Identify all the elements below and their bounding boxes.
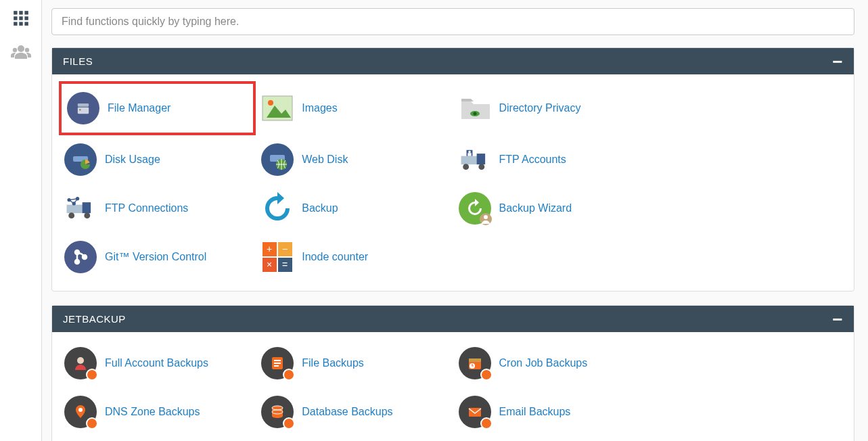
item-dns-zone-backups[interactable]: DNS Zone Backups xyxy=(59,388,256,436)
jb-cron-icon xyxy=(459,347,491,379)
svg-rect-25 xyxy=(476,154,484,164)
item-database-backups[interactable]: Database Backups xyxy=(256,388,453,436)
svg-point-34 xyxy=(84,212,90,218)
item-label: FTP Connections xyxy=(105,202,188,214)
panel-files: FILES − File Manager Images xyxy=(51,47,854,292)
empty-cell xyxy=(650,339,847,388)
item-images[interactable]: Images xyxy=(256,81,453,135)
item-cron-job-backups[interactable]: Cron Job Backups xyxy=(453,339,650,388)
disk-usage-icon xyxy=(64,143,97,176)
svg-point-10 xyxy=(12,48,16,52)
item-label: Email Backups xyxy=(499,406,571,418)
badge-icon xyxy=(283,369,295,381)
item-backup-wizard[interactable]: Backup Wizard xyxy=(453,184,650,233)
item-label: Cron Job Backups xyxy=(499,357,588,369)
svg-rect-53 xyxy=(274,360,281,361)
panel-files-header[interactable]: FILES − xyxy=(52,48,854,74)
item-label: FTP Accounts xyxy=(499,154,566,166)
item-label: File Backups xyxy=(302,357,364,369)
panel-jetbackup: JETBACKUP − Full Account Backups xyxy=(51,305,854,441)
file-manager-icon xyxy=(67,92,99,124)
svg-point-19 xyxy=(473,112,476,116)
item-web-disk[interactable]: Web Disk xyxy=(256,135,453,184)
svg-point-29 xyxy=(468,151,471,154)
jb-file-icon xyxy=(261,347,294,379)
item-backup[interactable]: Backup xyxy=(256,184,453,233)
svg-point-17 xyxy=(268,100,273,106)
backup-wizard-icon xyxy=(459,192,491,225)
panel-files-title: FILES xyxy=(63,55,93,67)
svg-text:×: × xyxy=(267,259,272,270)
svg-rect-63 xyxy=(469,408,481,417)
empty-cell xyxy=(650,184,847,233)
item-inode-counter[interactable]: +−×= Inode counter xyxy=(256,233,453,281)
item-label: Web Disk xyxy=(302,154,348,166)
panel-jetbackup-body: Full Account Backups File Backups xyxy=(52,332,854,441)
item-label: DNS Zone Backups xyxy=(105,406,200,418)
images-icon xyxy=(261,92,294,124)
empty-cell xyxy=(650,81,847,135)
item-disk-usage[interactable]: Disk Usage xyxy=(59,135,256,184)
item-directory-privacy[interactable]: Directory Privacy xyxy=(453,81,650,135)
svg-rect-55 xyxy=(274,365,279,367)
svg-rect-7 xyxy=(19,22,22,25)
item-label: Git™ Version Control xyxy=(105,251,206,263)
panel-files-body: File Manager Images Directory Privacy xyxy=(52,74,854,291)
search-input[interactable] xyxy=(51,8,854,35)
svg-point-26 xyxy=(463,164,469,170)
jb-email-icon xyxy=(459,396,491,428)
item-label: Backup xyxy=(302,202,338,214)
svg-rect-6 xyxy=(14,22,17,25)
main-content: FILES − File Manager Images xyxy=(42,0,868,441)
item-file-backups[interactable]: File Backups xyxy=(256,339,453,388)
item-ftp-accounts[interactable]: FTP Accounts xyxy=(453,135,650,184)
sidebar xyxy=(0,0,42,441)
svg-rect-24 xyxy=(461,156,479,164)
jb-account-icon xyxy=(64,347,97,379)
empty-cell xyxy=(650,135,847,184)
svg-point-59 xyxy=(78,408,83,412)
svg-rect-14 xyxy=(79,109,81,110)
svg-point-11 xyxy=(24,48,28,52)
svg-rect-5 xyxy=(24,16,28,20)
panel-jetbackup-header[interactable]: JETBACKUP − xyxy=(52,306,854,332)
item-email-backups[interactable]: Email Backups xyxy=(453,388,650,436)
svg-rect-30 xyxy=(467,153,471,156)
badge-icon xyxy=(480,417,493,430)
svg-point-27 xyxy=(478,164,484,170)
svg-rect-12 xyxy=(78,103,89,107)
users-icon[interactable] xyxy=(11,42,31,62)
backup-icon xyxy=(261,192,294,225)
item-label: Disk Usage xyxy=(105,154,160,166)
web-disk-icon xyxy=(261,143,294,176)
item-label: Full Account Backups xyxy=(105,357,208,369)
directory-privacy-icon xyxy=(459,92,491,124)
svg-text:−: − xyxy=(282,243,288,254)
badge-icon xyxy=(480,369,493,381)
svg-text:+: + xyxy=(267,243,272,254)
ftp-accounts-icon xyxy=(459,143,491,176)
svg-rect-4 xyxy=(19,16,22,20)
svg-rect-8 xyxy=(24,22,28,25)
svg-point-39 xyxy=(484,215,488,219)
svg-point-51 xyxy=(77,357,84,364)
jb-db-icon xyxy=(261,396,294,428)
svg-point-41 xyxy=(75,260,79,264)
panel-jetbackup-title: JETBACKUP xyxy=(63,313,126,325)
item-file-manager[interactable]: File Manager xyxy=(59,81,256,135)
item-label: Inode counter xyxy=(302,251,368,263)
item-git[interactable]: Git™ Version Control xyxy=(59,233,256,281)
svg-rect-1 xyxy=(19,11,22,14)
svg-rect-32 xyxy=(83,202,91,213)
item-label: Images xyxy=(302,102,337,114)
svg-point-9 xyxy=(18,45,24,52)
git-icon xyxy=(64,241,97,273)
svg-rect-0 xyxy=(14,11,17,14)
svg-rect-57 xyxy=(469,358,481,362)
item-full-account-backups[interactable]: Full Account Backups xyxy=(59,339,256,388)
apps-grid-icon[interactable] xyxy=(11,8,31,28)
svg-rect-54 xyxy=(274,363,281,364)
svg-text:=: = xyxy=(282,259,288,270)
item-label: Directory Privacy xyxy=(499,102,581,114)
item-ftp-connections[interactable]: FTP Connections xyxy=(59,184,256,233)
